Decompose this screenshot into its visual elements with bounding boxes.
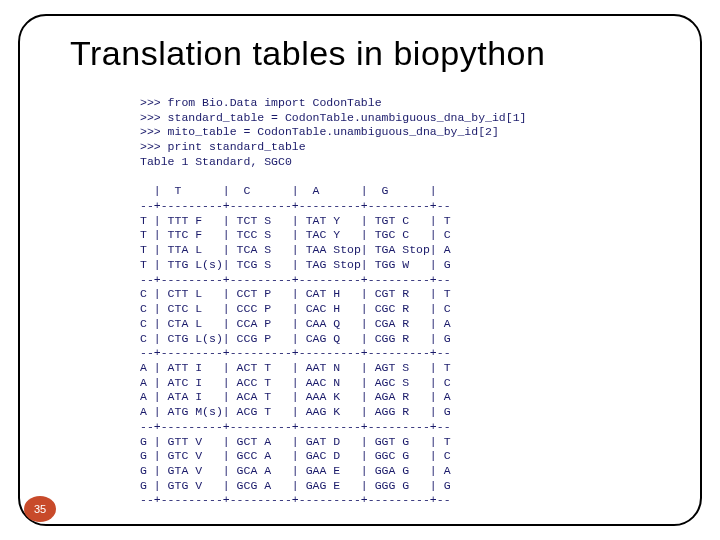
page-number: 35 [34,503,46,515]
page-number-badge: 35 [24,496,56,522]
slide-title: Translation tables in biopython [70,34,545,73]
slide: Translation tables in biopython >>> from… [0,0,720,540]
code-block: >>> from Bio.Data import CodonTable >>> … [140,96,526,508]
